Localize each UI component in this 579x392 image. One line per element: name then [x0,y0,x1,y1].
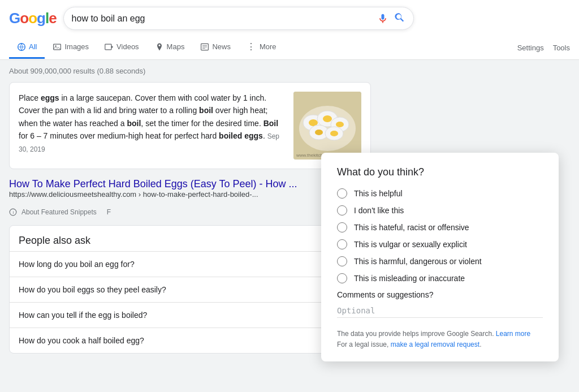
result-link: How To Make Perfect Hard Boiled Eggs (Ea… [9,178,371,199]
snippet-footer-flag[interactable]: F [107,208,111,216]
paa-item-1[interactable]: How do you boil eggs so they peel easily… [10,277,370,302]
paa-section: People also ask How long do you boil an … [9,225,371,354]
feedback-footer: The data you provide helps improve Googl… [337,329,543,350]
feedback-option-5[interactable]: This is misleading or inaccurate [337,273,543,283]
paa-item-2[interactable]: How can you tell if the egg is boiled? ▾ [10,302,370,328]
info-icon: i [9,208,17,216]
feedback-option-3[interactable]: This is vulgar or sexually explicit [337,239,543,249]
tab-images[interactable]: Images [45,37,97,59]
news-icon [200,42,209,51]
egg-image-svg: www.thekitch... [293,92,361,160]
nav-settings: Settings Tools [517,38,570,58]
search-box [63,7,414,30]
feedback-option-2[interactable]: This is hateful, racist or offensive [337,222,543,232]
snippet-image: www.thekitch... [293,92,361,160]
snippet-text: Place eggs in a large saucepan. Cover th… [19,92,284,160]
google-logo: Google [9,10,57,27]
feedback-comments-label: Comments or suggestions? [337,290,543,299]
feedback-option-0[interactable]: This is helpful [337,188,543,199]
paa-title: People also ask [10,226,370,251]
feedback-radio-4[interactable] [337,256,347,266]
snippet-footer-text[interactable]: About Featured Snippets [21,208,97,216]
feedback-panel: What do you think? This is helpful I don… [321,153,559,360]
all-icon [17,42,26,51]
legal-removal-link[interactable]: make a legal removal request [391,341,479,348]
tab-news[interactable]: News [192,37,239,59]
results-count: About 909,000,000 results (0.88 seconds) [9,67,570,75]
search-button[interactable] [394,12,405,25]
feedback-title: What do you think? [337,166,543,178]
search-bar-row: Google [9,7,570,30]
feedback-option-4[interactable]: This is harmful, dangerous or violent [337,256,543,266]
more-dots-icon: ⋮ [247,41,257,52]
search-input[interactable] [72,14,377,24]
paa-item-3[interactable]: How do you cook a half boiled egg? ▾ [10,328,370,353]
tools-link[interactable]: Tools [553,38,570,58]
svg-point-19 [315,130,323,135]
feedback-comments-input[interactable] [337,304,543,318]
tab-videos[interactable]: Videos [97,37,147,59]
maps-icon [155,42,164,51]
svg-point-21 [330,131,338,136]
microphone-icon[interactable] [377,13,388,24]
learn-more-link[interactable]: Learn more [496,330,530,338]
svg-rect-4 [105,44,111,50]
feedback-option-1[interactable]: I don't like this [337,205,543,216]
featured-snippet: Place eggs in a large saucepan. Cover th… [9,82,371,169]
tab-all[interactable]: All [9,37,45,59]
videos-icon [105,42,114,51]
svg-marker-5 [111,45,113,48]
tab-more[interactable]: ⋮ More [239,36,284,59]
result-url: https://www.deliciousmeetshealthy.com › … [9,190,371,199]
feedback-radio-2[interactable] [337,222,347,232]
paa-item-0[interactable]: How long do you boil an egg for? ▾ [10,251,370,277]
tab-maps[interactable]: Maps [147,37,193,59]
search-header: Google All [0,0,579,60]
feedback-radio-0[interactable] [337,188,347,199]
feedback-radio-5[interactable] [337,273,347,283]
settings-link[interactable]: Settings [517,38,544,58]
feedback-radio-3[interactable] [337,239,347,249]
result-title-link[interactable]: How To Make Perfect Hard Boiled Eggs (Ea… [9,178,297,189]
svg-point-17 [336,122,344,127]
svg-point-3 [55,45,57,46]
nav-tabs: All Images Videos Maps [9,36,570,59]
svg-point-15 [323,115,332,122]
images-icon [53,42,62,51]
svg-text:i: i [12,210,14,215]
feedback-radio-1[interactable] [337,205,347,216]
